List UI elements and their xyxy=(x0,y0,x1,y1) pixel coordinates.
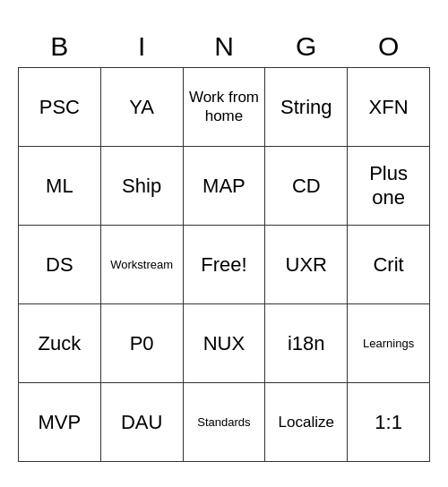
bingo-cell-2-4: Crit xyxy=(348,226,430,304)
bingo-row-3: ZuckP0NUXi18nLearnings xyxy=(19,304,430,383)
bingo-cell-1-4: Plus one xyxy=(348,147,430,226)
bingo-cell-3-3: i18n xyxy=(265,304,348,383)
bingo-cell-2-1: Workstream xyxy=(100,226,183,304)
bingo-cell-3-0: Zuck xyxy=(19,304,101,383)
bingo-cell-4-0: MVP xyxy=(19,383,101,462)
bingo-row-2: DSWorkstreamFree!UXRCrit xyxy=(19,226,430,304)
bingo-cell-3-4: Learnings xyxy=(348,304,430,383)
bingo-cell-1-1: Ship xyxy=(100,147,183,226)
bingo-header-O: O xyxy=(348,25,430,68)
bingo-cell-4-3: Localize xyxy=(265,383,348,462)
bingo-cell-4-2: Standards xyxy=(183,383,265,462)
bingo-header-G: G xyxy=(265,25,348,68)
bingo-cell-4-1: DAU xyxy=(100,383,183,462)
bingo-cell-2-2: Free! xyxy=(183,226,265,304)
bingo-cell-0-2: Work from home xyxy=(183,68,265,147)
bingo-header-N: N xyxy=(183,25,265,68)
bingo-row-1: MLShipMAPCDPlus one xyxy=(19,147,430,226)
bingo-row-0: PSCYAWork from homeStringXFN xyxy=(19,68,430,147)
bingo-cell-4-4: 1:1 xyxy=(348,383,430,462)
bingo-row-4: MVPDAUStandardsLocalize1:1 xyxy=(19,383,430,462)
bingo-cell-0-0: PSC xyxy=(19,68,101,147)
bingo-cell-0-3: String xyxy=(265,68,348,147)
bingo-header-B: B xyxy=(19,25,101,68)
bingo-card: BINGO PSCYAWork from homeStringXFNMLShip… xyxy=(18,25,430,463)
bingo-cell-1-3: CD xyxy=(265,147,348,226)
bingo-cell-2-3: UXR xyxy=(265,226,348,304)
bingo-cell-1-2: MAP xyxy=(183,147,265,226)
bingo-cell-3-2: NUX xyxy=(183,304,265,383)
bingo-cell-0-4: XFN xyxy=(348,68,430,147)
bingo-cell-2-0: DS xyxy=(19,226,101,304)
bingo-cell-3-1: P0 xyxy=(100,304,183,383)
bingo-header-I: I xyxy=(100,25,183,68)
bingo-cell-1-0: ML xyxy=(19,147,101,226)
bingo-cell-0-1: YA xyxy=(100,68,183,147)
